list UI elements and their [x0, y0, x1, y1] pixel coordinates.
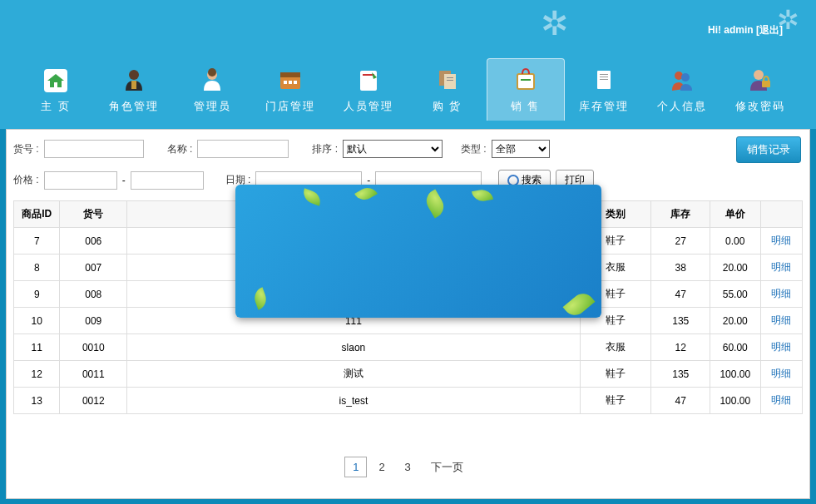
price-min-input[interactable]: [44, 171, 117, 190]
nav-label: 主 页: [17, 99, 95, 114]
cell-sku: 009: [60, 308, 127, 334]
cell-id: 10: [14, 308, 60, 334]
cell-name: 测试: [127, 361, 581, 388]
cell-sku: 0012: [60, 388, 127, 414]
nav-label: 购 货: [408, 99, 486, 114]
nav-label: 修改密码: [721, 99, 799, 114]
cell-price: 60.00: [710, 334, 761, 361]
svg-rect-2: [131, 81, 136, 89]
cell-sku: 006: [60, 228, 127, 254]
svg-rect-20: [600, 77, 608, 77]
svg-rect-15: [447, 80, 453, 81]
svg-rect-9: [294, 81, 297, 84]
nav-item-purchase[interactable]: 购 货: [408, 59, 486, 121]
svg-rect-8: [289, 81, 292, 84]
svg-point-24: [754, 70, 764, 80]
logout-link[interactable]: [退出]: [756, 24, 783, 36]
svg-rect-25: [762, 81, 770, 87]
col-sku-header: 货号: [60, 201, 127, 228]
profile-icon: [665, 64, 699, 97]
price-label: 价格 :: [13, 173, 39, 187]
svg-rect-16: [517, 74, 534, 89]
col-stock-header: 库存: [651, 201, 710, 228]
overlay-banner[interactable]: [235, 185, 601, 318]
detail-link[interactable]: 明细: [760, 254, 802, 281]
sku-label: 货号 :: [13, 142, 39, 156]
nav-item-role[interactable]: 角色管理: [95, 59, 173, 121]
nav-item-store[interactable]: 门店管理: [251, 59, 329, 121]
detail-link[interactable]: 明细: [760, 334, 802, 361]
svg-point-23: [681, 73, 690, 82]
cell-id: 7: [14, 228, 60, 254]
page-next[interactable]: 下一页: [423, 456, 472, 479]
admin-icon: [195, 64, 229, 97]
cell-category: 鞋子: [580, 361, 651, 388]
detail-link[interactable]: 明细: [760, 388, 802, 414]
name-input[interactable]: [197, 140, 289, 158]
cell-id: 13: [14, 388, 60, 414]
nav-label: 销 售: [487, 99, 564, 114]
page-1[interactable]: 1: [344, 457, 367, 477]
nav-item-admin[interactable]: 管理员: [173, 59, 251, 121]
cell-id: 9: [14, 281, 60, 308]
nav-item-stock[interactable]: 库存管理: [565, 59, 643, 121]
svg-rect-19: [600, 74, 608, 75]
cell-stock: 47: [651, 281, 710, 308]
detail-link[interactable]: 明细: [760, 308, 802, 334]
home-icon: [39, 64, 72, 97]
cell-price: 0.00: [710, 228, 761, 254]
cell-id: 8: [14, 254, 60, 281]
staff-icon: [352, 64, 385, 97]
cell-stock: 27: [651, 228, 710, 254]
svg-rect-7: [284, 81, 287, 84]
nav-item-password[interactable]: 修改密码: [721, 59, 799, 121]
nav-item-home[interactable]: 主 页: [17, 59, 95, 121]
role-icon: [117, 64, 151, 97]
type-select[interactable]: 全部: [492, 140, 550, 158]
detail-link[interactable]: 明细: [760, 228, 802, 254]
detail-link[interactable]: 明细: [760, 361, 802, 388]
type-label: 类型 :: [461, 142, 487, 156]
purchase-icon: [431, 64, 464, 97]
cell-category: 鞋子: [580, 388, 651, 414]
sales-record-button[interactable]: 销售记录: [736, 136, 801, 163]
nav-item-staff[interactable]: 人员管理: [329, 59, 408, 121]
nav-item-sales[interactable]: 销 售: [487, 58, 565, 121]
cell-stock: 12: [651, 334, 710, 361]
cell-stock: 47: [651, 388, 710, 414]
table-row: 120011测试鞋子135100.00明细: [14, 361, 803, 388]
detail-link[interactable]: 明细: [760, 281, 802, 308]
name-label: 名称 :: [167, 142, 193, 156]
nav-label: 角色管理: [95, 99, 173, 114]
table-row: 110010slaon衣服1260.00明细: [14, 334, 803, 361]
cell-name: slaon: [127, 334, 581, 361]
price-dash: -: [122, 175, 126, 186]
main-nav: 主 页角色管理管理员门店管理人员管理购 货销 售库存管理个人信息修改密码: [0, 50, 816, 129]
cell-price: 100.00: [710, 388, 761, 414]
nav-label: 人员管理: [329, 99, 408, 114]
price-max-input[interactable]: [131, 171, 204, 190]
svg-rect-21: [600, 79, 608, 80]
col-price-header: 单价: [710, 201, 761, 228]
greeting-text: Hi! admin: [708, 24, 754, 36]
svg-rect-10: [360, 71, 377, 91]
page-3[interactable]: 3: [397, 457, 419, 477]
cell-price: 100.00: [710, 361, 761, 388]
sort-select[interactable]: 默认: [343, 140, 443, 158]
cell-price: 20.00: [710, 308, 761, 334]
password-icon: [744, 64, 777, 97]
svg-rect-13: [444, 74, 456, 89]
col-id-header: 商品ID: [14, 201, 60, 228]
cell-id: 12: [14, 361, 60, 388]
table-row: 130012is_test鞋子47100.00明细: [14, 388, 803, 414]
stock-icon: [587, 64, 621, 97]
cell-price: 55.00: [710, 281, 761, 308]
nav-item-profile[interactable]: 个人信息: [643, 59, 721, 121]
sku-input[interactable]: [44, 140, 144, 158]
cell-stock: 38: [651, 254, 710, 281]
page-2[interactable]: 2: [370, 457, 393, 477]
nav-label: 门店管理: [251, 99, 329, 114]
cell-name: is_test: [127, 388, 581, 414]
cell-stock: 135: [651, 308, 710, 334]
cell-sku: 0010: [60, 334, 127, 361]
